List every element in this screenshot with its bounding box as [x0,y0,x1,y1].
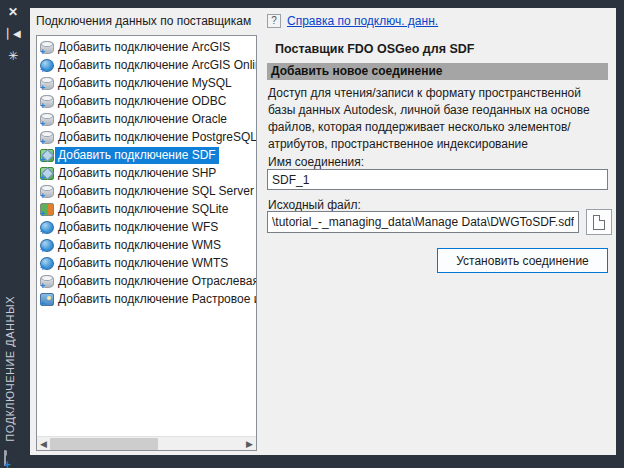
list-item-label: Добавить подключение MySQL [55,75,235,92]
list-item-label: Добавить подключение Растровое и [55,291,256,308]
gear-icon[interactable]: ✳ [0,47,26,65]
help-row: ? Справка по подключ. данн. [267,14,438,28]
data-connect-window: ✕ ▏◀ ✳ ПОДКЛЮЧЕНИЕ ДАННЫХ Подключения да… [0,0,624,468]
provider-list[interactable]: Добавить подключение ArcGIS Добавить под… [36,35,257,451]
database-add-icon [40,185,54,198]
data-connect-panel: Подключения данных по поставщикам Добави… [30,8,616,455]
list-item[interactable]: Добавить подключение Oracle [37,110,256,128]
globe-add-icon [40,221,54,234]
list-item[interactable]: Добавить подключение ArcGIS [37,38,256,56]
scrollbar-thumb[interactable] [50,438,158,450]
database-add-icon [40,113,54,126]
list-item[interactable]: Добавить подключение WMS [37,236,256,254]
list-item-selected[interactable]: Добавить подключение SDF [37,146,256,164]
list-item-label: Добавить подключение PostgreSQL [55,129,256,146]
list-item[interactable]: Добавить подключение SQLite [37,200,256,218]
layers-add-icon [40,167,54,180]
database-add-icon [40,275,54,288]
list-item-label: Добавить подключение SHP [55,165,219,182]
provider-description: Доступ для чтения/записи к формату прост… [268,85,609,153]
browse-file-button[interactable] [586,209,612,235]
source-file-input[interactable] [267,211,579,233]
sqlite-add-icon [40,203,54,216]
dock-strip: ✕ ▏◀ ✳ ПОДКЛЮЧЕНИЕ ДАННЫХ [0,0,30,468]
file-page-icon [593,215,605,230]
list-item-label: Добавить подключение SQLite [55,201,231,218]
list-item[interactable]: Добавить подключение ODBC [37,92,256,110]
horizontal-scrollbar[interactable]: ◀ ▶ [37,436,256,450]
panel-title: Подключения данных по поставщикам [36,14,251,28]
globe-add-icon [40,59,54,72]
list-item[interactable]: Добавить подключение Отраслевая [37,272,256,290]
data-connect-icon [4,451,7,465]
globe-add-icon [40,239,54,252]
list-item-label: Добавить подключение WFS [55,219,221,236]
provider-title: Поставщик FDO OSGeo для SDF [275,42,474,56]
list-item-label: Добавить подключение WMS [55,237,224,254]
raster-add-icon [40,293,54,306]
provider-rows: Добавить подключение ArcGIS Добавить под… [37,38,256,308]
database-add-icon [40,41,54,54]
list-item[interactable]: Добавить подключение PostgreSQL [37,128,256,146]
globe-add-icon [40,257,54,270]
connection-name-input[interactable] [267,169,608,190]
list-item[interactable]: Добавить подключение WMTS [37,254,256,272]
list-item[interactable]: Добавить подключение SQL Server S [37,182,256,200]
list-item-label: Добавить подключение Oracle [55,111,230,128]
database-add-icon [4,450,6,466]
list-item-label: Добавить подключение ArcGIS [55,39,233,56]
connection-name-label: Имя соединения: [268,155,364,169]
panel-vertical-title: ПОДКЛЮЧЕНИЕ ДАННЫХ [4,296,16,442]
list-item-label: Добавить подключение WMTS [55,255,231,272]
list-item[interactable]: Добавить подключение SHP [37,164,256,182]
connect-button[interactable]: Установить соединение [437,248,608,273]
database-add-icon [40,131,54,144]
scroll-right-icon[interactable]: ▶ [243,437,256,451]
help-icon[interactable]: ? [267,14,281,28]
database-add-icon [40,77,54,90]
list-item-label: Добавить подключение ArcGIS Onlin [55,57,256,74]
list-item-label: Добавить подключение Отраслевая [55,273,256,290]
close-icon[interactable]: ✕ [0,3,26,21]
list-item-label: Добавить подключение SQL Server S [55,183,256,200]
list-item-label: Добавить подключение ODBC [55,93,229,110]
list-item[interactable]: Добавить подключение ArcGIS Onlin [37,56,256,74]
list-item[interactable]: Добавить подключение MySQL [37,74,256,92]
scrollbar-track[interactable] [50,437,243,451]
list-item[interactable]: Добавить подключение WFS [37,218,256,236]
section-header: Добавить новое соединение [267,63,608,80]
database-add-icon [40,95,54,108]
list-item-label: Добавить подключение SDF [55,147,219,164]
auto-hide-pin-icon[interactable]: ▏◀ [0,25,26,43]
list-item[interactable]: Добавить подключение Растровое и [37,290,256,308]
source-file-label: Исходный файл: [268,198,361,212]
scroll-left-icon[interactable]: ◀ [37,437,50,451]
help-link[interactable]: Справка по подключ. данн. [287,14,438,28]
layers-add-icon [40,149,54,162]
